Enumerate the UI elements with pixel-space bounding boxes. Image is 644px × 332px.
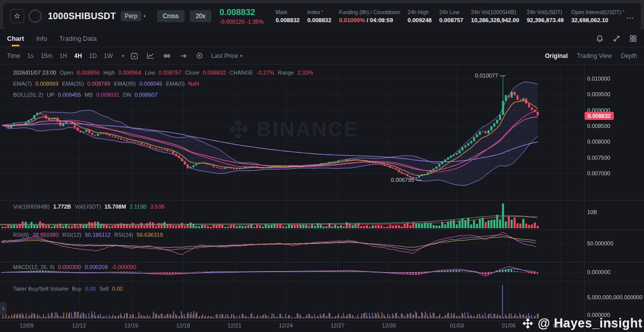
- legend-item: BOLL(20, 2): [13, 92, 43, 98]
- axis-tick: 0.008000: [587, 139, 610, 145]
- coin-logo: [29, 10, 42, 23]
- axis-tick: 0.007000: [587, 170, 610, 176]
- interval-1s[interactable]: 1s: [27, 52, 34, 59]
- legend-item: 38.959380: [33, 232, 59, 238]
- fullscreen-icon[interactable]: [613, 35, 620, 42]
- more-button[interactable]: ...: [626, 12, 634, 20]
- legend-item: 50.186112: [85, 232, 111, 238]
- symbol-title[interactable]: 1000SHIBUSDT: [48, 11, 116, 22]
- stat-value: 10,286,328,942.00: [471, 17, 519, 23]
- indicator-settings-icon[interactable]: [179, 52, 188, 60]
- stat-value-part: / 04:08:59: [365, 17, 393, 23]
- last-price-tag: 0.008832: [585, 112, 614, 120]
- interval-15m[interactable]: 15m: [41, 52, 52, 59]
- price-change: -0.000120 -1.35%: [219, 19, 263, 25]
- interval-1h[interactable]: 1H: [59, 52, 67, 59]
- time-tick: 12/21: [227, 322, 242, 328]
- legend-item: Vol(1000SHIB): [13, 204, 50, 210]
- legend-item: 0.00: [85, 286, 96, 292]
- price-block: 0.008832 -0.000120 -1.35%: [219, 8, 263, 25]
- price-mode-label: Last Price: [211, 52, 238, 59]
- macd-legend: MACD(12, 26, 9)0.0003000.000209-0.000090: [13, 264, 136, 270]
- stat-value: 0.008757: [439, 17, 463, 23]
- header-stat: Funding (8h) / Countdown0.01000% / 04:08…: [339, 9, 400, 23]
- ohlc-legend: 2026/01/07 23:00Open0.008856High0.008964…: [13, 70, 313, 76]
- stat-label: 24h Vol(1000SHIB): [471, 9, 519, 15]
- bell-icon[interactable]: [596, 35, 604, 43]
- indicators-icon[interactable]: [163, 52, 171, 60]
- high-price-label: 0.010077: [475, 73, 498, 79]
- ema-legend: EMA(7)0.008969EMA(25)0.008789EMA(99)0.00…: [13, 81, 199, 87]
- tab-chart[interactable]: Chart: [7, 30, 24, 47]
- toolbar-icons: [130, 52, 203, 60]
- legend-item: 0.008757: [158, 70, 182, 76]
- stat-value: 0.008832: [307, 17, 332, 23]
- stat-value: 0.009248: [408, 17, 432, 23]
- axis-tick: 0.008500: [587, 123, 610, 129]
- stat-value: 32,698,062.10: [571, 17, 624, 23]
- stat-label: Mark: [276, 9, 300, 15]
- header-bar: 1000SHIBUSDT Perp ▾ Cross 20x 0.008832 -…: [3, 3, 641, 29]
- stat-value-part: 0.01000%: [339, 17, 365, 23]
- credit-text: @ Hayes_insight: [538, 316, 642, 330]
- stat-value-part: 0.008832: [307, 17, 332, 23]
- legend-item: 0.008832: [203, 70, 226, 76]
- legend-item: -0.27%: [257, 70, 274, 76]
- stat-value-part: 0.008757: [439, 17, 463, 23]
- binance-logo-icon: [522, 317, 534, 329]
- legend-item: 1.772B: [53, 204, 71, 210]
- interval-1w[interactable]: 1W: [104, 52, 113, 59]
- tab-trading-data[interactable]: Trading Data: [59, 30, 97, 47]
- layout-grid-icon[interactable]: [629, 35, 637, 42]
- legend-item: 2.119B: [130, 204, 147, 210]
- legend-item: 3.53B: [150, 204, 165, 210]
- caret-down-icon[interactable]: ▾: [143, 14, 146, 19]
- legend-item: Open: [60, 70, 73, 76]
- legend-item: Buy: [72, 286, 82, 292]
- legend-item: 0.008789: [88, 81, 111, 87]
- legend-item: 0.008969: [35, 81, 58, 87]
- view-original[interactable]: Original: [545, 52, 568, 59]
- legend-item: EMA(99): [114, 81, 135, 87]
- time-tick: 12/09: [20, 322, 34, 328]
- external-caret-icon: ˄: [321, 9, 324, 14]
- chart-style-icon[interactable]: [146, 52, 154, 60]
- header-stat: Mark0.008832: [276, 9, 300, 23]
- legend-item: 0.000209: [85, 264, 108, 270]
- axis-tick: 0.010000: [587, 76, 610, 82]
- caret-down-icon: ▾: [240, 53, 243, 58]
- interval-time-label[interactable]: Time: [7, 52, 20, 59]
- stat-value: 0.008832: [276, 17, 300, 23]
- legend-item: UP: [47, 92, 54, 98]
- legend-item: 56.636319: [137, 232, 163, 238]
- leverage-button[interactable]: 20x: [190, 10, 211, 22]
- legend-item: 2.33%: [297, 70, 313, 76]
- stat-value-part: 32,698,062.10: [571, 17, 608, 23]
- annotation-line: [416, 180, 422, 180]
- volume-legend: Vol(1000SHIB)1.772BVol(USDT)15.708M2.119…: [13, 204, 165, 210]
- price-mode-selector[interactable]: Last Price ▾: [211, 52, 243, 59]
- header-stat: 24h Vol(1000SHIB)10,286,328,942.00: [471, 9, 519, 23]
- target-icon[interactable]: [196, 52, 203, 59]
- interval-4h[interactable]: 4H: [74, 52, 82, 59]
- time-tick: 12/12: [72, 322, 86, 328]
- rsi-legend: RSI(6)38.959380RSI(12)50.186112RSI(24)56…: [13, 232, 163, 238]
- view-trading-view[interactable]: Trading View: [577, 52, 612, 59]
- caret-down-icon[interactable]: ▾: [122, 53, 124, 58]
- credit-watermark: @ Hayes_insight: [522, 316, 642, 330]
- calendar-range-icon[interactable]: [130, 52, 138, 60]
- tab-info[interactable]: Info: [36, 30, 47, 47]
- interval-1d[interactable]: 1D: [89, 52, 97, 59]
- stat-value-part: 0.009248: [408, 17, 432, 23]
- external-caret-icon: ˄: [622, 9, 625, 14]
- legend-item: EMA(0): [166, 81, 185, 87]
- margin-mode-button[interactable]: Cross: [157, 10, 185, 22]
- stat-value-part: 92,396,873.49: [527, 17, 564, 23]
- stat-label: Funding (8h) / Countdown: [339, 9, 400, 15]
- stat-label: Index˄: [307, 9, 332, 15]
- panel-expander-button[interactable]: ›: [0, 302, 7, 314]
- view-depth[interactable]: Depth: [621, 52, 637, 59]
- legend-item: EMA(25): [62, 81, 84, 87]
- legend-item: 0.008607: [134, 92, 157, 98]
- favorite-star-button[interactable]: [10, 9, 24, 23]
